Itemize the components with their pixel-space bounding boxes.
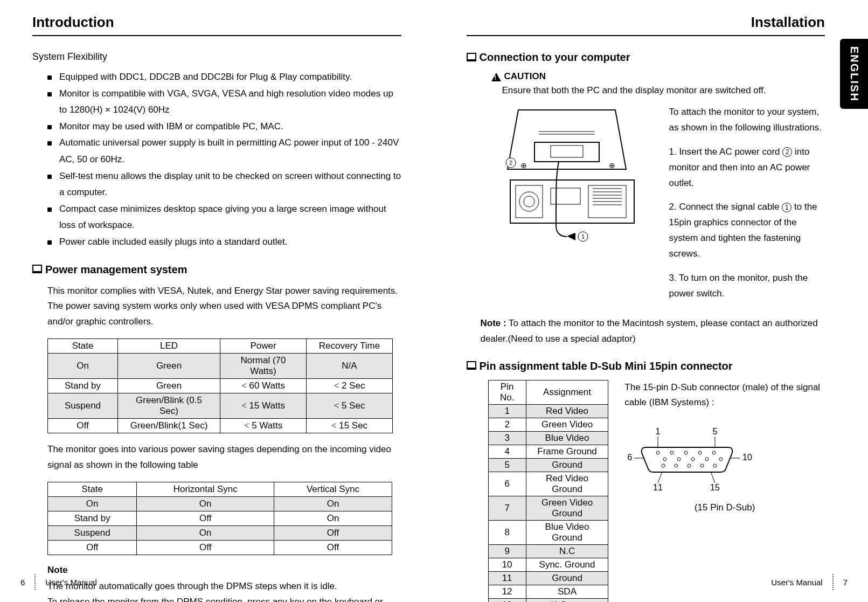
dotted-divider: [34, 574, 36, 590]
table-header: Recovery Time: [307, 339, 393, 354]
dsub-figure: 1 5 6 10 11 15: [624, 427, 825, 513]
dsub-pin-6: 6: [628, 453, 633, 462]
table-cell: Off: [274, 540, 392, 555]
page-title-left: Introduction: [32, 14, 401, 36]
table-cell: On: [48, 496, 137, 511]
table-cell: 3: [488, 431, 526, 445]
table-cell: On: [274, 511, 392, 525]
circled-1-icon: 1: [782, 203, 791, 212]
table-header: Pin No.: [488, 380, 526, 404]
table-header: Horizontal Sync: [137, 482, 274, 496]
list-item: Self-test menu allows the display unit t…: [47, 168, 401, 201]
table-cell: 6: [488, 472, 526, 496]
circled-2-icon: 2: [782, 147, 792, 157]
connection-heading: Connection to your computer: [467, 51, 825, 64]
table-header: State: [48, 339, 118, 354]
sync-table: State Horizontal Sync Vertical Sync On O…: [47, 482, 392, 555]
power-mgmt-mid: The monitor goes into various power savi…: [47, 442, 401, 473]
table-cell: Normal (70 Watts): [220, 354, 307, 379]
dsub-pin-11: 11: [653, 483, 663, 492]
step-2: 2. Connect the signal cable 1 to the 15p…: [669, 199, 825, 262]
page-number: 7: [843, 578, 848, 587]
note-heading: Note: [47, 565, 401, 576]
table-cell: 12: [488, 585, 526, 598]
table-cell: 10: [488, 558, 526, 571]
list-item: Monitor is compatible with VGA, SVGA, VE…: [47, 86, 401, 119]
page-number: 6: [20, 578, 25, 587]
table-header: LED: [118, 339, 220, 354]
table-cell: Stand by: [48, 379, 118, 393]
page-title-right: Installation: [467, 14, 825, 36]
dsub-side: The 15-pin D-Sub connector (male) of the…: [624, 380, 825, 514]
table-cell: < 5 Watts: [220, 419, 307, 433]
table-cell: Green/Blink(1 Sec): [118, 419, 220, 433]
table-cell: Off: [274, 525, 392, 540]
dsub-pin-5: 5: [713, 427, 718, 436]
table-cell: < 15 Watts: [220, 393, 307, 419]
monitor-icon: [467, 361, 476, 370]
table-cell: On: [48, 354, 118, 379]
step-3: 3. To turn on the monitor, push the powe…: [669, 271, 825, 302]
table-cell: 9: [488, 544, 526, 558]
pin-block: Pin No. Assignment 1Red Video 2Green Vid…: [488, 380, 825, 602]
table-cell: Red Video Ground: [526, 472, 608, 496]
list-item: Power cable included easily plugs into a…: [47, 234, 401, 251]
table-cell: Suspend: [48, 393, 118, 419]
table-cell: 13: [488, 598, 526, 602]
table-cell: On: [274, 496, 392, 511]
right-page: Installation ENGLISH Connection to your …: [434, 0, 869, 602]
footer-label: User's Manual: [45, 578, 96, 587]
table-cell: H-Sync.: [526, 598, 608, 602]
two-page-spread: Introduction System Flexibility Equipped…: [0, 0, 868, 602]
table-cell: N.C: [526, 544, 608, 558]
dsub-footer: (15 Pin D-Sub): [624, 502, 825, 513]
dsub-pin-10: 10: [742, 453, 752, 462]
connection-steps: To attach the monitor to your system, as…: [669, 105, 825, 310]
connection-block: ⊕ ⊕ 2: [481, 105, 825, 310]
warning-icon: [491, 73, 501, 81]
list-item: Automatic universal power supply is buil…: [47, 135, 401, 168]
svg-text:⊕: ⊕: [609, 161, 615, 170]
table-cell: Frame Ground: [526, 445, 608, 458]
table-cell: 4: [488, 445, 526, 458]
power-mgmt-heading: Power management system: [32, 264, 401, 276]
dsub-pin-1: 1: [656, 427, 661, 436]
table-cell: 5: [488, 458, 526, 472]
table-cell: Off: [137, 540, 274, 555]
table-cell: < 2 Sec: [307, 379, 393, 393]
table-cell: < 15 Sec: [307, 419, 393, 433]
table-cell: Green: [118, 354, 220, 379]
dsub-caption: The 15-pin D-Sub connector (male) of the…: [624, 380, 825, 411]
table-cell: Off: [48, 419, 118, 433]
monitor-icon: [467, 53, 476, 61]
table-cell: Off: [137, 511, 274, 525]
note-body-1: The monitor automatically goes through t…: [47, 579, 401, 594]
table-header: Assignment: [526, 380, 608, 404]
step-1: 1. Insert the AC power cord 2 into monit…: [669, 144, 825, 191]
list-item: Monitor may be used with IBM or compatib…: [47, 119, 401, 135]
table-cell: Green Video: [526, 418, 608, 431]
dotted-divider: [832, 574, 834, 590]
language-tab: ENGLISH: [840, 39, 868, 109]
system-flexibility-heading: System Flexibility: [32, 51, 401, 63]
table-cell: Ground: [526, 458, 608, 472]
table-header: Vertical Sync: [274, 482, 392, 496]
footer-label: User's Manual: [771, 578, 822, 587]
table-cell: < 5 Sec: [307, 393, 393, 419]
table-cell: Stand by: [48, 511, 137, 525]
table-header: Power: [220, 339, 307, 354]
left-page: Introduction System Flexibility Equipped…: [0, 0, 434, 602]
power-mgmt-intro: This monitor complies with VESA, Nutek, …: [47, 283, 401, 330]
pin-table: Pin No. Assignment 1Red Video 2Green Vid…: [488, 380, 609, 602]
table-cell: Blue Video: [526, 431, 608, 445]
footer-left: 6 User's Manual: [20, 574, 97, 590]
power-table: State LED Power Recovery Time On Green N…: [47, 338, 393, 433]
table-cell: Ground: [526, 571, 608, 585]
svg-rect-1: [551, 146, 583, 157]
table-cell: Green: [118, 379, 220, 393]
connection-intro: To attach the monitor to your system, as…: [669, 105, 825, 136]
svg-text:⊕: ⊕: [520, 161, 527, 170]
table-cell: On: [137, 496, 274, 511]
table-cell: Blue Video Ground: [526, 520, 608, 544]
svg-point-11: [524, 196, 534, 207]
